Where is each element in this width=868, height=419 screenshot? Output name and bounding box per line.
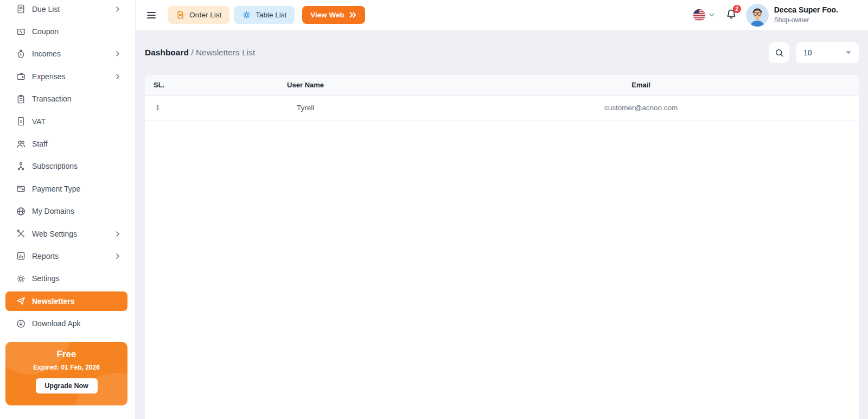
plan-title: Free [5,349,127,360]
sidebar-item-label: Staff [32,139,48,148]
invoice-icon [15,4,26,15]
table-list-button[interactable]: Table List [234,6,295,24]
page-header: Dashboard / Newsletters List 10 [136,30,868,75]
sidebar-item-expenses[interactable]: Expenses [0,65,135,87]
sidebar-item-transaction[interactable]: Transaction [0,88,135,110]
topbar: Order List Table List View Web [136,0,868,30]
sidebar-item-label: My Domains [32,207,74,215]
report-chart-icon [15,251,26,262]
breadcrumb-current: Newsletters List [196,48,255,57]
user-name: Decca Super Foo. [774,5,838,15]
column-header-sl: SL. [145,75,188,96]
order-list-button[interactable]: Order List [168,6,229,24]
caret-down-icon [846,51,851,54]
per-page-select[interactable]: 10 [796,42,859,63]
sidebar-item-settings[interactable]: Settings [0,268,135,290]
sidebar-item-label: Expenses [32,72,65,81]
breadcrumb-dashboard-link[interactable]: Dashboard [145,48,189,57]
globe-icon [15,206,26,217]
sidebar-item-label: Settings [32,274,60,283]
newsletters-table: SL. User Name Email 1 Tyrell customer@ac… [145,75,859,120]
sidebar-item-label: VAT [32,117,46,126]
sidebar-item-staff[interactable]: Staff [0,132,135,155]
topbar-right: 2 [693,4,838,27]
sidebar-item-label: Payment Type [32,185,80,193]
gear-icon [242,10,251,20]
table-header-row: SL. User Name Email [145,75,859,96]
svg-text:$: $ [20,119,22,124]
language-selector[interactable] [693,9,714,22]
sidebar-item-label: Reports [32,252,59,261]
notification-badge: 2 [733,5,741,13]
cell-sl: 1 [145,96,188,120]
column-header-email: Email [423,75,859,96]
double-chevron-right-icon [349,11,357,18]
per-page-value: 10 [803,48,812,57]
expense-wallet-icon [15,71,26,82]
breadcrumb-separator: / [189,48,196,57]
upgrade-now-button[interactable]: Upgrade Now [36,378,98,393]
chevron-down-icon [709,13,714,17]
sidebar-item-due-list[interactable]: Due List [0,0,135,20]
coupon-icon [15,26,26,37]
clipboard-icon [15,93,26,104]
paper-plane-icon [15,296,26,307]
plan-card: Free Expired: 01 Feb, 2026 Upgrade Now [5,342,127,405]
cell-user-name: Tyrell [188,96,423,120]
vat-receipt-icon: $ [15,116,26,127]
sidebar-item-my-domains[interactable]: My Domains [0,200,135,223]
sidebar-item-label: Coupon [32,27,59,36]
sidebar-item-web-settings[interactable]: Web Settings [0,223,135,245]
tools-icon [15,228,26,239]
breadcrumb: Dashboard / Newsletters List [145,48,255,58]
column-header-user-name: User Name [188,75,423,96]
sidebar-item-newsletters[interactable]: Newsletters [5,291,127,311]
sidebar-item-vat[interactable]: $ VAT [0,110,135,132]
us-flag-icon [693,9,706,22]
people-icon [15,138,26,149]
app-root: Due List Coupon Incomes Ex [0,0,868,419]
notifications-button[interactable]: 2 [725,8,737,22]
payment-wallet-icon [15,183,26,194]
newsletters-table-card: SL. User Name Email 1 Tyrell customer@ac… [145,75,859,419]
cloud-download-icon [15,318,26,329]
sidebar-item-coupon[interactable]: Coupon [0,20,135,42]
search-icon [775,48,784,58]
sidebar-item-subscriptions[interactable]: Subscriptions [0,155,135,177]
search-button[interactable] [769,42,789,63]
award-icon [15,161,26,172]
sidebar-menu: Due List Coupon Incomes Ex [0,0,135,335]
sidebar-item-label: Incomes [32,49,61,58]
sidebar-item-label: Transaction [32,94,72,103]
sidebar-item-reports[interactable]: Reports [0,245,135,267]
view-web-button[interactable]: View Web [302,6,365,24]
chevron-right-icon [114,6,121,12]
sidebar-item-label: Download Apk [32,319,81,328]
chevron-right-icon [114,73,121,80]
sidebar-item-label: Web Settings [32,230,77,238]
table-toolbar: 10 [769,42,859,63]
chevron-right-icon [114,231,121,237]
sidebar-item-incomes[interactable]: Incomes [0,43,135,65]
sidebar-item-download-apk[interactable]: Download Apk [0,312,135,334]
chevron-right-icon [114,253,121,259]
sidebar-item-label: Newsletters [32,297,75,306]
gear-icon [15,273,26,284]
user-role: Shop-owner [774,16,838,24]
table-row: 1 Tyrell customer@acnoo.com [145,96,859,120]
user-info[interactable]: Decca Super Foo. Shop-owner [774,5,838,25]
chevron-right-icon [114,50,121,57]
sidebar-item-label: Due List [32,5,60,14]
sidebar-item-label: Subscriptions [32,162,78,170]
money-bag-icon [15,48,26,59]
sidebar: Due List Coupon Incomes Ex [0,0,136,419]
hamburger-menu-icon[interactable] [144,8,159,23]
sidebar-item-payment-type[interactable]: Payment Type [0,177,135,200]
main-area: Order List Table List View Web [136,0,868,419]
cell-email: customer@acnoo.com [423,96,859,120]
plan-expiry: Expired: 01 Feb, 2026 [5,364,127,371]
avatar[interactable] [746,4,769,27]
receipt-icon [176,10,185,20]
